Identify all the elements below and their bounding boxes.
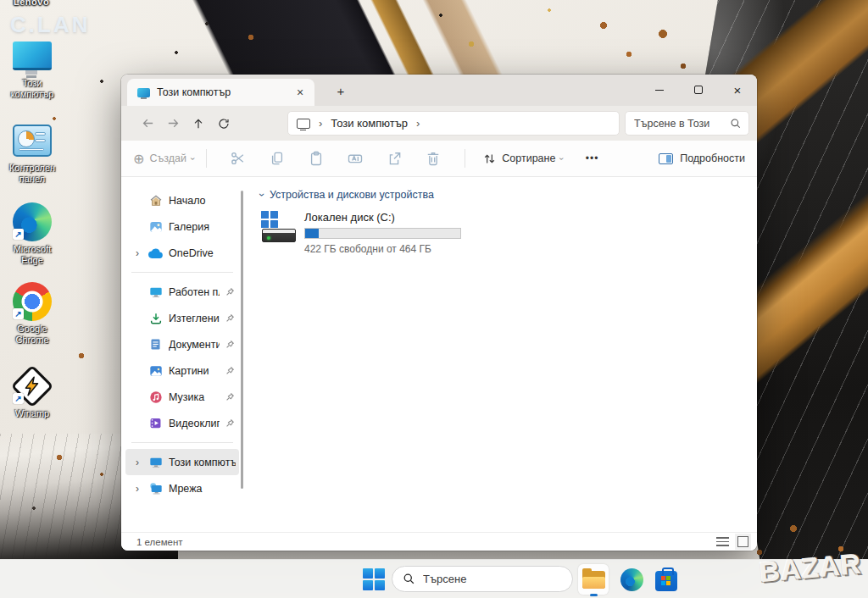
downloads-icon xyxy=(148,311,163,325)
search-icon xyxy=(730,118,742,130)
sidebar-item-gallery[interactable]: Галерия xyxy=(125,213,239,240)
sidebar-item-label: Този компютър xyxy=(169,457,236,468)
details-toggle-button[interactable]: Подробности xyxy=(659,152,745,164)
close-icon: × xyxy=(734,84,742,97)
sidebar-item-this-pc[interactable]: › Този компютър xyxy=(125,449,239,475)
sidebar-item-label: Картини xyxy=(169,365,220,377)
forward-button[interactable] xyxy=(160,111,186,136)
window-body: Начало Галерия › OneDrive xyxy=(121,177,757,532)
close-button[interactable]: × xyxy=(718,75,757,105)
desktop-icon-control-panel[interactable]: Контролен панел xyxy=(0,122,64,185)
chevron-right-icon[interactable]: › xyxy=(132,247,142,259)
cut-button[interactable] xyxy=(223,145,253,172)
sort-label: Сортиране xyxy=(502,152,555,164)
taskbar-edge[interactable] xyxy=(616,564,647,595)
sidebar-item-documents[interactable]: Документи xyxy=(125,331,239,357)
home-icon xyxy=(148,193,163,208)
desktop-icon-edge[interactable]: ↗ Microsoft Edge xyxy=(0,203,64,266)
address-bar[interactable]: › Този компютър › xyxy=(287,111,620,136)
file-explorer-icon xyxy=(582,571,605,589)
sidebar-scrollbar[interactable] xyxy=(241,191,243,489)
divider xyxy=(465,149,465,168)
desktop-folder-icon xyxy=(148,285,163,299)
divider xyxy=(131,272,233,273)
details-view-button[interactable] xyxy=(716,537,729,546)
desktop-label-lenovo: Lenovo xyxy=(14,0,49,7)
refresh-button[interactable] xyxy=(211,111,236,136)
sidebar-item-pictures[interactable]: Картини xyxy=(125,357,239,384)
sidebar-item-downloads[interactable]: Изтеглени файлове xyxy=(125,305,239,331)
explorer-search-input[interactable] xyxy=(634,118,730,130)
maximize-icon xyxy=(694,86,703,94)
chevron-right-icon[interactable]: › xyxy=(319,117,322,130)
copy-button[interactable] xyxy=(262,145,292,172)
items-count: 1 елемент xyxy=(136,537,183,547)
this-pc-address-icon xyxy=(297,119,310,129)
maximize-button[interactable] xyxy=(679,75,718,105)
desktop-icon-winamp[interactable]: ↗ Winamp xyxy=(0,368,64,419)
start-button[interactable] xyxy=(363,568,385,590)
sidebar-item-desktop[interactable]: Работен плот xyxy=(125,279,239,305)
taskbar-search-input[interactable] xyxy=(423,573,562,585)
explorer-window: Този компютър × + × xyxy=(121,75,757,551)
sidebar-item-onedrive[interactable]: › OneDrive xyxy=(125,240,239,266)
tab-bar: Този компютър × + × xyxy=(121,75,757,106)
create-button[interactable]: ⊕ Създай › xyxy=(133,151,194,167)
large-icons-view-button[interactable] xyxy=(737,536,748,547)
drive-c-item[interactable]: Локален диск (C:) 422 ГБ свободни от 464… xyxy=(260,211,470,255)
drive-usage-bar xyxy=(304,228,461,239)
up-button[interactable] xyxy=(186,111,211,136)
sidebar: Начало Галерия › OneDrive xyxy=(121,177,245,532)
this-pc-icon xyxy=(148,455,163,469)
rename-button[interactable] xyxy=(340,145,370,172)
chevron-down-icon[interactable]: › xyxy=(256,193,268,197)
desktop-icon-chrome[interactable]: ↗ Google Chrome xyxy=(0,283,64,346)
window-controls: × xyxy=(640,75,757,105)
edge-icon: ↗ xyxy=(12,203,53,241)
chrome-icon: ↗ xyxy=(12,283,53,320)
share-button[interactable] xyxy=(379,145,409,172)
details-label: Подробности xyxy=(680,152,745,164)
desktop-icon-this-pc[interactable]: Този компютър xyxy=(0,37,64,100)
sidebar-item-home[interactable]: Начало xyxy=(125,187,239,213)
breadcrumb-this-pc[interactable]: Този компютър xyxy=(331,117,408,130)
sidebar-item-label: Документи xyxy=(169,339,220,351)
paste-button[interactable] xyxy=(301,145,331,172)
sidebar-item-network[interactable]: › Мрежа xyxy=(125,475,239,501)
sort-button[interactable]: Сортиране › xyxy=(482,152,563,166)
command-bar: ⊕ Създай › xyxy=(121,141,757,177)
tab-this-pc[interactable]: Този компютър × xyxy=(127,79,314,106)
more-options-button[interactable]: ••• xyxy=(586,152,599,164)
winamp-icon: ↗ xyxy=(12,368,53,405)
tab-close-icon[interactable]: × xyxy=(292,85,308,100)
sidebar-item-label: Музика xyxy=(169,391,220,403)
search-icon xyxy=(403,573,415,585)
pin-icon xyxy=(225,390,236,405)
back-button[interactable] xyxy=(135,111,160,136)
new-tab-button[interactable]: + xyxy=(331,81,350,100)
minimize-button[interactable] xyxy=(640,75,679,105)
sidebar-item-label: Галерия xyxy=(169,221,236,233)
taskbar-file-explorer[interactable] xyxy=(578,564,609,595)
chevron-right-icon[interactable]: › xyxy=(132,483,142,495)
sidebar-item-label: Видеоклипове xyxy=(169,418,220,429)
local-disk-icon xyxy=(260,211,296,246)
taskbar-store[interactable] xyxy=(651,564,682,595)
drives-group-header[interactable]: › Устройства и дискови устройства xyxy=(260,189,757,201)
explorer-search[interactable] xyxy=(625,111,749,136)
control-panel-icon xyxy=(12,122,53,159)
tab-title: Този компютър xyxy=(157,86,286,98)
this-pc-tab-icon xyxy=(137,88,150,97)
desktop-icon-label: Google Chrome xyxy=(2,324,63,346)
taskbar-search[interactable] xyxy=(392,566,573,592)
onedrive-cloud-icon xyxy=(148,246,163,260)
chevron-right-icon[interactable]: › xyxy=(416,117,420,130)
pin-icon xyxy=(225,363,236,379)
sidebar-item-videos[interactable]: Видеоклипове xyxy=(125,410,239,436)
details-pane-icon xyxy=(659,153,673,164)
desktop: Lenovo C.LAN Този компютър Контролен пан… xyxy=(0,0,868,598)
sidebar-item-music[interactable]: Музика xyxy=(125,384,239,410)
drive-name: Локален диск (C:) xyxy=(304,211,470,224)
chevron-right-icon[interactable]: › xyxy=(132,457,142,468)
delete-button[interactable] xyxy=(418,145,448,172)
